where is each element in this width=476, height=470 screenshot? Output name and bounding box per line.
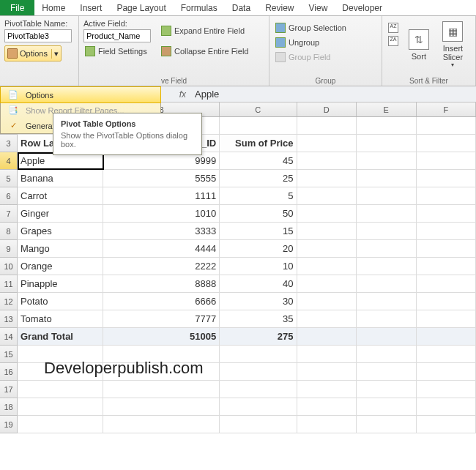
pivottable-name-input[interactable] bbox=[4, 29, 72, 42]
insert-slicer-button[interactable]: ▦ Insert Slicer ▾ bbox=[435, 18, 471, 69]
row-header-9[interactable]: 9 bbox=[0, 240, 18, 258]
formula-input[interactable]: Apple bbox=[190, 89, 476, 100]
tab-page-layout[interactable]: Page Layout bbox=[109, 0, 173, 15]
tab-home[interactable]: Home bbox=[34, 0, 72, 15]
pivot-row-pid[interactable]: 3333 bbox=[103, 223, 220, 240]
pivot-row-pid[interactable]: 8888 bbox=[103, 275, 220, 293]
tab-data[interactable]: Data bbox=[225, 0, 258, 15]
row-header-6[interactable]: 6 bbox=[0, 187, 18, 205]
tab-review[interactable]: Review bbox=[258, 0, 301, 15]
sort-az-button[interactable]: AZ bbox=[387, 22, 403, 34]
pivot-row-price[interactable]: 40 bbox=[220, 275, 297, 293]
pivot-row-pid[interactable]: 6666 bbox=[103, 293, 220, 310]
sort-filter-group-label: Sort & Filter bbox=[382, 77, 475, 85]
row-header-10[interactable]: 10 bbox=[0, 258, 18, 275]
expand-field-button[interactable]: Expand Entire Field bbox=[160, 25, 250, 37]
ribbon-tabs: File Home Insert Page Layout Formulas Da… bbox=[0, 0, 476, 16]
row-header-11[interactable]: 11 bbox=[0, 275, 18, 293]
options-button-label: Options bbox=[20, 49, 48, 58]
group-group: Group Selection Ungroup Group Field Grou… bbox=[269, 16, 382, 86]
tab-file[interactable]: File bbox=[0, 0, 34, 15]
pivot-row-price[interactable]: 35 bbox=[220, 310, 297, 328]
pivot-row-pid[interactable]: 5555 bbox=[103, 170, 220, 187]
grand-total-price[interactable]: 275 bbox=[220, 328, 297, 346]
grid: 1 3 Row Labels ▾ Sum of Product_ID Sum o… bbox=[0, 117, 476, 433]
pivot-row-label[interactable]: Banana bbox=[18, 170, 103, 187]
pivot-row-price[interactable]: 15 bbox=[220, 223, 297, 240]
sort-button[interactable]: ⇅ Sort bbox=[403, 18, 435, 69]
field-settings-button[interactable]: Field Settings bbox=[83, 45, 154, 57]
group-group-label: Group bbox=[269, 77, 382, 85]
pivot-row-label[interactable]: Potato bbox=[18, 293, 103, 310]
pivot-row-price[interactable]: 45 bbox=[220, 152, 297, 170]
pivot-row-label[interactable]: Grapes bbox=[18, 223, 103, 240]
tab-view[interactable]: View bbox=[302, 0, 335, 15]
tooltip-body: Show the PivotTable Options dialog box. bbox=[61, 131, 194, 149]
row-header-19[interactable]: 19 bbox=[0, 416, 18, 433]
tab-developer[interactable]: Developer bbox=[335, 0, 390, 15]
group-selection-button[interactable]: Group Selection bbox=[274, 22, 377, 34]
tooltip-pivot-options: Pivot Table Options Show the PivotTable … bbox=[53, 113, 202, 155]
sort-za-icon: ZA bbox=[388, 36, 398, 46]
menu-options[interactable]: 📄 Options bbox=[0, 86, 161, 103]
tab-formulas[interactable]: Formulas bbox=[174, 0, 225, 15]
tab-insert[interactable]: Insert bbox=[72, 0, 109, 15]
pivot-row-price[interactable]: 10 bbox=[220, 258, 297, 275]
row-header-5[interactable]: 5 bbox=[0, 170, 18, 187]
pivot-row-label[interactable]: Carrot bbox=[18, 187, 103, 205]
pivot-row-label[interactable]: Ginger bbox=[18, 205, 103, 223]
group-pivottable: PivotTable Name: Options ▾ bbox=[0, 16, 79, 86]
row-header-4[interactable]: 4 bbox=[0, 152, 18, 170]
menu-options-icon: 📄 bbox=[5, 90, 21, 100]
pivot-row-label[interactable]: Orange bbox=[18, 258, 103, 275]
menu-report-icon: 📑 bbox=[5, 105, 21, 115]
pivot-row-price[interactable]: 30 bbox=[220, 293, 297, 310]
group-field-button: Group Field bbox=[274, 51, 377, 63]
pivot-row-pid[interactable]: 4444 bbox=[103, 240, 220, 258]
active-field-group-label: ve Field bbox=[79, 77, 269, 85]
menu-check-icon: ✓ bbox=[5, 121, 21, 130]
col-header-E[interactable]: E bbox=[357, 102, 417, 116]
row-header-17[interactable]: 17 bbox=[0, 381, 18, 398]
pivot-sum-price-header[interactable]: Sum of Price bbox=[220, 135, 297, 152]
row-header-13[interactable]: 13 bbox=[0, 310, 18, 328]
ungroup-button[interactable]: Ungroup bbox=[274, 37, 377, 48]
pivot-row-label[interactable]: Mango bbox=[18, 240, 103, 258]
col-header-C[interactable]: C bbox=[220, 102, 297, 116]
pivot-row-label[interactable]: Tomato bbox=[18, 310, 103, 328]
sort-az-icon: AZ bbox=[388, 23, 398, 33]
pivot-row-price[interactable]: 25 bbox=[220, 170, 297, 187]
active-field-input[interactable] bbox=[83, 29, 151, 42]
tooltip-title: Pivot Table Options bbox=[61, 119, 194, 128]
pivot-row-price[interactable]: 20 bbox=[220, 240, 297, 258]
pivot-row-pid[interactable]: 1111 bbox=[103, 187, 220, 205]
col-header-F[interactable]: F bbox=[417, 102, 477, 116]
active-field-label: Active Field: bbox=[83, 18, 154, 29]
row-header-16[interactable]: 16 bbox=[0, 363, 18, 381]
sort-za-button[interactable]: ZA bbox=[387, 35, 403, 47]
pivot-row-pid[interactable]: 2222 bbox=[103, 258, 220, 275]
row-header-12[interactable]: 12 bbox=[0, 293, 18, 310]
collapse-field-button[interactable]: Collapse Entire Field bbox=[160, 45, 250, 57]
row-header-8[interactable]: 8 bbox=[0, 223, 18, 240]
pivot-row-price[interactable]: 5 bbox=[220, 187, 297, 205]
row-header-15[interactable]: 15 bbox=[0, 346, 18, 363]
field-settings-icon bbox=[85, 46, 95, 56]
grand-total-label[interactable]: Grand Total bbox=[18, 328, 103, 346]
row-header-3[interactable]: 3 bbox=[0, 135, 18, 152]
pivottable-name-label: PivotTable Name: bbox=[4, 18, 74, 29]
pivot-row-price[interactable]: 50 bbox=[220, 205, 297, 223]
options-button[interactable]: Options ▾ bbox=[4, 45, 62, 61]
ribbon: PivotTable Name: Options ▾ Active Field:… bbox=[0, 16, 476, 86]
col-header-D[interactable]: D bbox=[297, 102, 357, 116]
pivot-row-pid[interactable]: 1010 bbox=[103, 205, 220, 223]
row-header-18[interactable]: 18 bbox=[0, 398, 18, 416]
group-active-field: Active Field: Field Settings Expand Enti… bbox=[79, 16, 269, 86]
row-header-7[interactable]: 7 bbox=[0, 205, 18, 223]
grand-total-pid[interactable]: 51005 bbox=[103, 328, 220, 346]
pivot-row-pid[interactable]: 7777 bbox=[103, 310, 220, 328]
sort-icon: ⇅ bbox=[409, 29, 429, 50]
pivot-row-label[interactable]: Pinapple bbox=[18, 275, 103, 293]
options-dropdown-arrow[interactable]: ▾ bbox=[51, 49, 59, 59]
row-header-14[interactable]: 14 bbox=[0, 328, 18, 346]
